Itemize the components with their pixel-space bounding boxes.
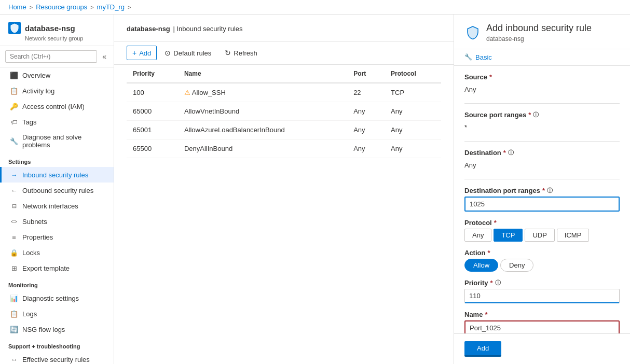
action-label: Action xyxy=(464,249,485,257)
cell-priority: 65001 xyxy=(127,121,178,139)
priority-required: * xyxy=(490,279,493,287)
sidebar-item-tags-label: Tags xyxy=(22,118,36,126)
iam-icon: 🔑 xyxy=(10,102,18,110)
cell-priority: 65000 xyxy=(127,102,178,121)
proto-udp-btn[interactable]: UDP xyxy=(525,229,554,242)
source-value: Any xyxy=(464,83,620,96)
add-button[interactable]: + Add xyxy=(127,46,157,60)
destination-info-icon[interactable]: ⓘ xyxy=(508,149,514,157)
inbound-icon: → xyxy=(10,171,18,179)
action-buttons: Allow Deny xyxy=(464,259,620,272)
tags-icon: 🏷 xyxy=(10,118,18,126)
sidebar-item-effective-rules[interactable]: ↔ Effective security rules xyxy=(0,352,114,364)
settings-section-label: Settings xyxy=(0,152,114,167)
activity-icon: 📋 xyxy=(10,87,18,95)
sidebar-collapse-btn[interactable]: « xyxy=(100,51,108,62)
name-group: Name * xyxy=(464,311,620,333)
cell-port: Any xyxy=(347,121,385,139)
properties-icon: ≡ xyxy=(10,233,18,241)
sidebar-item-export-template[interactable]: ⊞ Export template xyxy=(0,260,114,276)
diagnose-icon: 🔧 xyxy=(10,137,18,145)
refresh-button[interactable]: ↻ Refresh xyxy=(219,46,263,60)
sidebar-item-iam[interactable]: 🔑 Access control (IAM) xyxy=(0,99,114,114)
breadcrumb: Home > Resource groups > myTD_rg > xyxy=(0,0,630,15)
sidebar-item-subnets-label: Subnets xyxy=(22,218,47,226)
protocol-group: Protocol * Any TCP UDP ICMP xyxy=(464,219,620,242)
sidebar-item-logs-label: Logs xyxy=(22,310,37,318)
sidebar-item-network-interfaces[interactable]: ⊟ Network interfaces xyxy=(0,198,114,214)
right-panel-subtitle: database-nsg xyxy=(486,35,592,43)
dest-port-required: * xyxy=(542,187,545,194)
sidebar-item-activity[interactable]: 📋 Activity log xyxy=(0,83,114,99)
cell-name: AllowVnetInBound xyxy=(178,102,347,121)
add-final-button[interactable]: Add xyxy=(464,341,501,357)
action-allow-btn[interactable]: Allow xyxy=(464,259,498,272)
search-input[interactable] xyxy=(5,50,97,63)
breadcrumb-rg[interactable]: myTD_rg xyxy=(97,3,125,11)
right-panel: Add inbound security rule database-nsg 🔧… xyxy=(454,15,630,364)
priority-label: Priority xyxy=(464,279,488,287)
dest-port-input[interactable] xyxy=(464,197,620,212)
proto-tcp-btn[interactable]: TCP xyxy=(494,229,523,242)
source-label: Source xyxy=(464,73,487,81)
cell-priority: 65500 xyxy=(127,139,178,158)
basic-label: Basic xyxy=(475,53,492,61)
action-required: * xyxy=(487,249,490,257)
sidebar-item-iam-label: Access control (IAM) xyxy=(22,103,85,110)
default-rules-button[interactable]: ⊙ Default rules xyxy=(159,46,217,60)
effective-icon: ↔ xyxy=(10,355,18,363)
breadcrumb-home[interactable]: Home xyxy=(8,3,26,11)
sidebar-item-inbound[interactable]: → Inbound security rules xyxy=(0,167,114,183)
destination-label: Destination xyxy=(464,149,501,157)
protocol-label: Protocol xyxy=(464,219,492,227)
overview-icon: ⬛ xyxy=(10,71,18,79)
destination-value: Any xyxy=(464,159,620,172)
sidebar-item-effective-label: Effective security rules xyxy=(22,356,90,363)
source-required: * xyxy=(489,73,492,81)
breadcrumb-resource-groups[interactable]: Resource groups xyxy=(36,3,87,11)
action-deny-btn[interactable]: Deny xyxy=(500,259,533,272)
sidebar-item-nsg-flow[interactable]: 🔄 NSG flow logs xyxy=(0,321,114,337)
breadcrumb-sep-3: > xyxy=(128,4,131,10)
priority-input[interactable] xyxy=(464,289,620,303)
main-header: database-nsg | Inbound security rules xyxy=(114,15,454,41)
table-row[interactable]: 100 ⚠ Allow_SSH 22 TCP xyxy=(127,83,441,102)
content-area: database-nsg | Inbound security rules + … xyxy=(114,15,630,364)
sidebar-item-outbound[interactable]: ← Outbound security rules xyxy=(0,183,114,198)
table-row[interactable]: 65000 AllowVnetInBound Any Any xyxy=(127,102,441,121)
sidebar-item-subnets[interactable]: <> Subnets xyxy=(0,214,114,229)
cell-priority: 100 xyxy=(127,83,178,102)
table-row[interactable]: 65001 AllowAzureLoadBalancerInBound Any … xyxy=(127,121,441,139)
breadcrumb-sep-2: > xyxy=(90,4,93,10)
sidebar-resource-name: database-nsg xyxy=(25,24,75,33)
nsg-icon xyxy=(8,22,21,34)
nsg-flow-icon: 🔄 xyxy=(10,325,18,333)
dest-port-label: Destination port ranges xyxy=(464,187,540,194)
proto-icmp-btn[interactable]: ICMP xyxy=(557,229,590,242)
support-section-label: Support + troubleshooting xyxy=(0,337,114,352)
right-panel-header: Add inbound security rule database-nsg xyxy=(454,15,630,49)
name-input[interactable] xyxy=(464,320,620,333)
basic-row[interactable]: 🔧 Basic xyxy=(454,49,630,66)
sidebar-item-properties[interactable]: ≡ Properties xyxy=(0,229,114,245)
cell-name: DenyAllInBound xyxy=(178,139,347,158)
dest-port-info-icon[interactable]: ⓘ xyxy=(547,187,553,194)
priority-info-icon[interactable]: ⓘ xyxy=(495,279,501,287)
rp-shield-icon xyxy=(464,24,481,40)
sidebar-item-logs[interactable]: 📋 Logs xyxy=(0,306,114,321)
locks-icon: 🔒 xyxy=(10,248,18,257)
sidebar-item-tags[interactable]: 🏷 Tags xyxy=(0,114,114,130)
source-port-group: Source port ranges * ⓘ * xyxy=(464,111,620,134)
right-panel-body: Source * Any Source port ranges * ⓘ * xyxy=(454,66,630,333)
sidebar-item-overview[interactable]: ⬛ Overview xyxy=(0,67,114,83)
sidebar-nav: ⬛ Overview 📋 Activity log 🔑 Access contr… xyxy=(0,67,114,364)
cell-protocol: TCP xyxy=(385,83,441,102)
sidebar-item-locks[interactable]: 🔒 Locks xyxy=(0,245,114,260)
sidebar-resource-type: Network security group xyxy=(25,35,105,41)
outbound-icon: ← xyxy=(10,186,18,194)
proto-any-btn[interactable]: Any xyxy=(464,229,491,242)
source-port-info-icon[interactable]: ⓘ xyxy=(533,111,539,119)
table-row[interactable]: 65500 DenyAllInBound Any Any xyxy=(127,139,441,158)
sidebar-item-diagnostic[interactable]: 📊 Diagnostic settings xyxy=(0,290,114,306)
sidebar-item-diagnose[interactable]: 🔧 Diagnose and solve problems xyxy=(0,130,114,152)
